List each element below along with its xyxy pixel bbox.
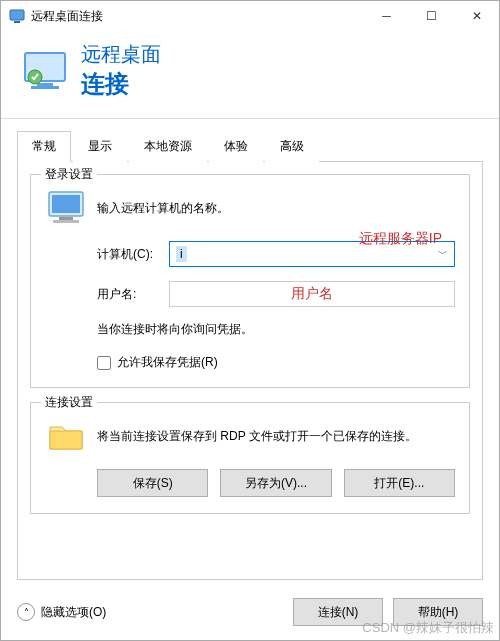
save-credentials-label: 允许我保存凭据(R): [117, 354, 218, 371]
save-credentials-checkbox[interactable]: [97, 356, 111, 370]
login-group-title: 登录设置: [41, 166, 97, 183]
tab-strip: 常规 显示 本地资源 体验 高级: [1, 119, 499, 162]
conn-button-row: 保存(S) 另存为(V)... 打开(E)...: [97, 469, 455, 497]
tab-local-resources[interactable]: 本地资源: [129, 131, 207, 162]
save-as-button[interactable]: 另存为(V)...: [220, 469, 331, 497]
maximize-button[interactable]: ☐: [409, 1, 454, 31]
chevron-up-icon: ˄: [17, 603, 35, 621]
conn-group-title: 连接设置: [41, 394, 97, 411]
rdp-icon: [21, 47, 69, 95]
connection-settings-group: 连接设置 将当前连接设置保存到 RDP 文件或打开一个已保存的连接。 保存(S)…: [30, 402, 470, 514]
computer-value: i: [176, 246, 187, 262]
tab-experience[interactable]: 体验: [209, 131, 263, 162]
annotation-remote-ip: 远程服务器IP: [359, 230, 442, 248]
chevron-down-icon: ﹀: [438, 247, 448, 261]
watermark: CSDN @辣妹子很怕辣: [362, 619, 494, 637]
tab-display[interactable]: 显示: [73, 131, 127, 162]
svg-rect-8: [59, 217, 73, 220]
svg-rect-7: [52, 195, 80, 213]
app-icon: [9, 8, 25, 24]
svg-rect-9: [53, 220, 79, 223]
username-label: 用户名:: [97, 286, 169, 303]
tab-general[interactable]: 常规: [17, 131, 71, 162]
save-button[interactable]: 保存(S): [97, 469, 208, 497]
hide-options[interactable]: ˄ 隐藏选项(O): [17, 603, 283, 621]
minimize-button[interactable]: ─: [364, 1, 409, 31]
hide-options-label: 隐藏选项(O): [41, 604, 106, 621]
tab-content: 登录设置 输入远程计算机的名称。 计算机(C): i ﹀: [17, 161, 483, 580]
open-button[interactable]: 打开(E)...: [344, 469, 455, 497]
computer-icon: [45, 187, 87, 229]
header-banner: 远程桌面 连接: [1, 31, 499, 119]
rdp-window: 远程桌面连接 ─ ☐ ✕ 远程桌面 连接 常规 显示 本地资源 体验 高级: [0, 0, 500, 641]
login-intro-row: 输入远程计算机的名称。: [45, 187, 455, 229]
titlebar-title: 远程桌面连接: [31, 8, 364, 25]
svg-rect-3: [37, 83, 53, 86]
credentials-hint: 当你连接时将向你询问凭据。: [97, 321, 455, 338]
conn-desc: 将当前连接设置保存到 RDP 文件或打开一个已保存的连接。: [97, 428, 455, 445]
close-button[interactable]: ✕: [454, 1, 499, 31]
login-intro-text: 输入远程计算机的名称。: [97, 200, 455, 217]
username-field[interactable]: 用户名: [169, 281, 455, 307]
tab-advanced[interactable]: 高级: [265, 131, 319, 162]
login-settings-group: 登录设置 输入远程计算机的名称。 计算机(C): i ﹀: [30, 174, 470, 388]
svg-rect-4: [31, 86, 59, 89]
conn-desc-row: 将当前连接设置保存到 RDP 文件或打开一个已保存的连接。: [45, 415, 455, 457]
svg-rect-0: [10, 10, 24, 20]
folder-icon: [45, 415, 87, 457]
annotation-username: 用户名: [291, 285, 333, 303]
svg-rect-1: [14, 21, 20, 23]
titlebar: 远程桌面连接 ─ ☐ ✕: [1, 1, 499, 31]
header-line1: 远程桌面: [81, 41, 161, 68]
header-text: 远程桌面 连接: [81, 41, 161, 100]
header-line2: 连接: [81, 68, 161, 100]
save-credentials-row: 允许我保存凭据(R): [97, 354, 455, 371]
window-controls: ─ ☐ ✕: [364, 1, 499, 31]
computer-label: 计算机(C):: [97, 246, 169, 263]
username-row: 用户名: 用户名: [97, 281, 455, 307]
